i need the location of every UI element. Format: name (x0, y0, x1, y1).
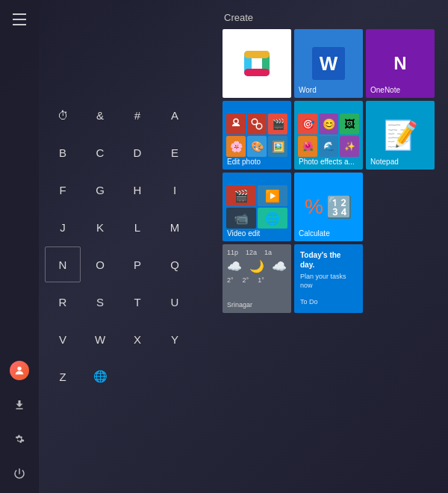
svg-point-5 (234, 119, 238, 123)
download-button[interactable] (4, 390, 34, 420)
calculate-label: Calculate (299, 229, 330, 238)
notepad-icon: 📝 (383, 119, 418, 152)
weather-temp-3: 1° (258, 276, 264, 284)
mini-app-4: 🌸 (226, 136, 246, 157)
alpha-cell-l[interactable]: L (119, 209, 155, 245)
hamburger-button[interactable] (6, 6, 33, 33)
weather-temp-2: 2° (243, 276, 249, 284)
slack-tile[interactable] (223, 29, 291, 98)
effect-1: 🎯 (298, 114, 317, 134)
todo-label: To Do (300, 298, 357, 307)
alpha-cell-o[interactable]: O (82, 246, 118, 282)
calculate-tile[interactable]: % 🔢 Calculate (294, 173, 363, 241)
alpha-cell-s[interactable]: S (82, 284, 118, 320)
effect-6: ✨ (340, 136, 359, 157)
weather-time-2: 12a (246, 249, 257, 256)
tiles-row-4: 11p 12a 1a ☁️ 🌙 ☁️ 2° 2° 1° Srinagar (223, 244, 439, 313)
gear-icon (13, 432, 26, 446)
video-edit-tile[interactable]: 🎬 ▶️ 📹 🌐 Video edit (223, 173, 291, 241)
mini-app-2 (247, 114, 267, 134)
alpha-cell-w[interactable]: W (82, 321, 118, 357)
alpha-cell-g[interactable]: G (82, 172, 118, 208)
tiles-section-title: Create (223, 12, 439, 23)
alpha-cell-p[interactable]: P (119, 246, 155, 282)
mini-app-6: 🖼️ (268, 136, 287, 157)
tiles-grid: W Word N OneNote (223, 29, 439, 313)
video-icons: 🎬 ▶️ 📹 🌐 (226, 185, 287, 229)
calc-icons: % 🔢 (305, 195, 352, 220)
video-app-2: ▶️ (258, 185, 287, 206)
video-app-1: 🎬 (226, 185, 256, 206)
alpha-cell-k[interactable]: K (82, 209, 118, 245)
alpha-cell-amp[interactable]: & (82, 97, 118, 133)
settings-button[interactable] (4, 424, 34, 454)
alpha-grid: ⏱ & # A B C D E F G H I J K L M N O P Q … (45, 97, 209, 394)
sidebar (0, 0, 39, 493)
alpha-cell-clock[interactable]: ⏱ (45, 97, 81, 133)
word-tile-label: Word (299, 86, 317, 94)
alpha-cell-m[interactable]: M (157, 209, 193, 245)
alpha-cell-hash[interactable]: # (119, 97, 155, 133)
onenote-tile-label: OneNote (370, 86, 400, 94)
alpha-cell-d[interactable]: D (119, 134, 155, 170)
power-icon (13, 467, 26, 480)
avatar (10, 361, 29, 380)
alpha-cell-h[interactable]: H (119, 172, 155, 208)
todo-title: Today's the day. (300, 250, 357, 270)
edit-photo-tile[interactable]: 🎬 🌸 🎨 🖼️ Edit photo (223, 101, 291, 170)
weather-tile[interactable]: 11p 12a 1a ☁️ 🌙 ☁️ 2° 2° 1° Srinagar (223, 244, 291, 313)
tiles-row-3: 🎬 ▶️ 📹 🌐 Video edit % (223, 173, 439, 241)
alpha-cell-f[interactable]: F (45, 172, 81, 208)
weather-icon-2: 🌙 (249, 259, 264, 273)
avatar-button[interactable] (4, 356, 34, 385)
alpha-cell-u[interactable]: U (157, 284, 193, 320)
alpha-cell-q[interactable]: Q (157, 246, 193, 282)
alpha-cell-globe[interactable]: 🌐 (82, 359, 118, 394)
weather-times: 11p 12a 1a (227, 249, 287, 256)
video-app-4: 🌐 (258, 208, 287, 229)
todo-tile[interactable]: Today's the day. Plan your tasks now To … (294, 244, 363, 313)
alpha-cell-n[interactable]: N (45, 246, 81, 282)
tiles-row-2: 🎬 🌸 🎨 🖼️ Edit photo (223, 101, 439, 170)
alpha-cell-i[interactable]: I (157, 172, 193, 208)
alpha-cell-j[interactable]: J (45, 209, 81, 245)
alpha-cell-a[interactable]: A (157, 97, 193, 133)
weather-icon-3: ☁️ (272, 259, 287, 273)
video-app-3: 📹 (226, 208, 256, 229)
notepad-tile[interactable]: 📝 Notepad (366, 101, 435, 170)
effect-5: 🌊 (319, 136, 338, 157)
weather-icon-1: ☁️ (227, 259, 242, 273)
alpha-cell-t[interactable]: T (119, 284, 155, 320)
svg-rect-3 (244, 51, 270, 58)
alpha-cell-v[interactable]: V (45, 321, 81, 357)
word-icon-container: W (312, 47, 345, 80)
weather-city: Srinagar (227, 301, 287, 308)
tiles-area: Create W Word (223, 12, 439, 313)
onenote-icon-container: N (384, 47, 417, 80)
alpha-cell-b[interactable]: B (45, 134, 81, 170)
photo-effects-label: Photo effects a... (299, 158, 355, 166)
effect-4: 🌺 (298, 136, 317, 157)
mini-app-1 (226, 114, 246, 134)
power-button[interactable] (4, 459, 34, 489)
alpha-cell-e[interactable]: E (157, 134, 193, 170)
word-tile[interactable]: W Word (294, 29, 363, 98)
notepad-label: Notepad (370, 158, 399, 166)
download-icon (13, 398, 26, 412)
mini-app-3: 🎬 (268, 114, 287, 134)
alpha-cell-x[interactable]: X (119, 321, 155, 357)
todo-subtitle: Plan your tasks now (300, 273, 357, 290)
weather-time-1: 11p (227, 249, 238, 256)
alpha-cell-y[interactable]: Y (157, 321, 193, 357)
svg-point-0 (17, 367, 21, 370)
onenote-tile[interactable]: N OneNote (366, 29, 435, 98)
alpha-cell-c[interactable]: C (82, 134, 118, 170)
weather-temp-1: 2° (227, 276, 234, 284)
video-edit-label: Video edit (227, 229, 260, 238)
alpha-cell-r[interactable]: R (45, 284, 81, 320)
photo-effects-tile[interactable]: 🎯 😊 🖼 🌺 🌊 ✨ (294, 101, 363, 170)
svg-rect-4 (244, 69, 270, 76)
weather-icons-row: ☁️ 🌙 ☁️ (227, 259, 287, 273)
mini-app-5: 🎨 (247, 136, 267, 157)
alpha-cell-z[interactable]: Z (45, 359, 81, 394)
